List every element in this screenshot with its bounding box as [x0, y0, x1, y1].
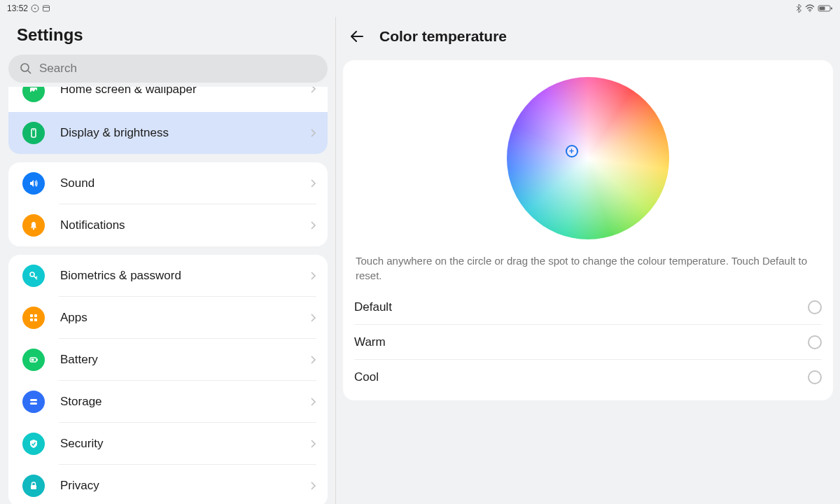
- apps-icon: [22, 307, 45, 329]
- svg-rect-26: [31, 485, 36, 489]
- sidebar-item-privacy[interactable]: Privacy: [8, 465, 328, 504]
- sidebar-item-apps[interactable]: Apps: [8, 297, 328, 339]
- svg-rect-23: [31, 359, 34, 361]
- radio-unchecked-icon: [808, 335, 822, 349]
- option-default[interactable]: Default: [354, 290, 822, 325]
- shield-icon: [22, 433, 45, 455]
- search-placeholder: Search: [39, 62, 77, 76]
- option-label: Cool: [354, 370, 379, 384]
- content-title: Color temperature: [379, 28, 507, 45]
- option-label: Default: [354, 300, 392, 314]
- option-cool[interactable]: Cool: [354, 360, 822, 395]
- sidebar-item-battery[interactable]: Battery: [8, 339, 328, 381]
- sidebar-item-label: Apps: [60, 311, 310, 325]
- sidebar-item-label: Privacy: [60, 479, 310, 493]
- battery-circle-icon: [22, 349, 45, 371]
- sidebar-item-home-screen[interactable]: Home screen & wallpaper: [8, 87, 328, 112]
- hint-text: Touch anywhere on the circle or drag the…: [354, 253, 822, 290]
- chevron-right-icon: [310, 355, 316, 365]
- sidebar-item-label: Notifications: [60, 218, 310, 232]
- sidebar-item-label: Battery: [60, 353, 310, 367]
- option-label: Warm: [354, 335, 386, 349]
- chevron-right-icon: [310, 397, 316, 407]
- svg-point-13: [33, 228, 34, 230]
- svg-rect-25: [30, 402, 37, 405]
- svg-rect-22: [37, 359, 38, 361]
- page-title: Settings: [0, 17, 336, 55]
- color-wheel-picker-spot[interactable]: +: [566, 145, 578, 158]
- chevron-right-icon: [310, 313, 316, 323]
- sidebar-item-notifications[interactable]: Notifications: [8, 204, 328, 246]
- svg-line-16: [36, 276, 37, 278]
- option-warm[interactable]: Warm: [354, 325, 822, 360]
- chevron-right-icon: [310, 87, 316, 94]
- content-pane: Color temperature + Touch anywhere on th…: [336, 17, 840, 504]
- sidebar-item-label: Biometrics & password: [60, 269, 310, 283]
- chevron-right-icon: [310, 439, 316, 449]
- sidebar: Settings Search Home screen & wallpaper: [0, 17, 336, 504]
- svg-point-1: [34, 8, 36, 9]
- svg-rect-19: [30, 318, 33, 321]
- svg-rect-18: [34, 314, 37, 317]
- key-icon: [22, 265, 45, 287]
- search-icon: [20, 62, 32, 75]
- svg-point-4: [809, 11, 811, 13]
- chevron-right-icon: [310, 128, 316, 138]
- sound-icon: [22, 172, 45, 195]
- radio-unchecked-icon: [808, 370, 822, 384]
- status-bar: 13:52: [0, 0, 840, 17]
- sidebar-item-label: Display & brightness: [60, 126, 310, 140]
- divider: [335, 17, 336, 504]
- sidebar-item-sound[interactable]: Sound: [8, 162, 328, 204]
- sidebar-item-label: Security: [60, 437, 310, 451]
- chevron-right-icon: [310, 481, 316, 491]
- chevron-right-icon: [310, 220, 316, 230]
- battery-icon: [818, 4, 833, 13]
- storage-icon: [22, 391, 45, 413]
- wallpaper-icon: [22, 87, 45, 102]
- chevron-right-icon: [310, 178, 316, 188]
- sidebar-item-label: Storage: [60, 395, 310, 409]
- sidebar-item-label: Sound: [60, 176, 310, 190]
- svg-rect-20: [34, 318, 37, 321]
- sidebar-item-label: Home screen & wallpaper: [60, 87, 310, 97]
- status-target-icon: [31, 4, 39, 13]
- color-temperature-panel: + Touch anywhere on the circle or drag t…: [343, 60, 833, 400]
- chevron-right-icon: [310, 271, 316, 281]
- display-icon: [22, 122, 45, 144]
- bell-icon: [22, 214, 45, 237]
- back-button[interactable]: [349, 28, 365, 45]
- status-time: 13:52: [7, 4, 28, 13]
- radio-unchecked-icon: [808, 300, 822, 314]
- calendar-icon: [42, 4, 50, 13]
- sidebar-item-biometrics[interactable]: Biometrics & password: [8, 255, 328, 297]
- svg-rect-2: [43, 6, 50, 11]
- svg-rect-7: [831, 8, 832, 10]
- color-wheel[interactable]: +: [507, 77, 669, 239]
- bluetooth-icon: [795, 4, 802, 13]
- sidebar-item-security[interactable]: Security: [8, 423, 328, 465]
- wifi-icon: [805, 4, 815, 13]
- svg-rect-24: [30, 399, 37, 401]
- svg-rect-6: [820, 7, 825, 10]
- svg-rect-17: [30, 314, 33, 317]
- lock-icon: [22, 475, 45, 497]
- svg-line-9: [28, 71, 31, 74]
- sidebar-item-storage[interactable]: Storage: [8, 381, 328, 423]
- search-input[interactable]: Search: [8, 55, 328, 83]
- svg-point-8: [21, 64, 29, 71]
- sidebar-item-display[interactable]: Display & brightness: [8, 112, 328, 154]
